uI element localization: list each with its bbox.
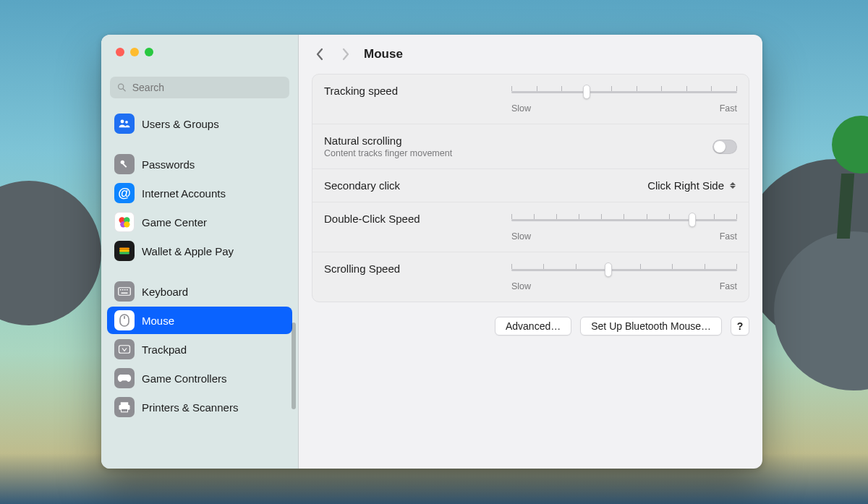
sidebar-scrollbar[interactable] bbox=[292, 323, 296, 409]
svg-rect-14 bbox=[120, 289, 122, 291]
footer-buttons: Advanced… Set Up Bluetooth Mouse… ? bbox=[299, 302, 762, 336]
svg-rect-12 bbox=[119, 252, 129, 255]
svg-point-3 bbox=[125, 121, 128, 124]
secondary-click-value: Click Right Side bbox=[647, 179, 724, 192]
tracking-speed-label: Tracking speed bbox=[324, 85, 398, 97]
toolbar: Mouse bbox=[299, 35, 762, 74]
sidebar-list: Users & Groups Passwords @ Internet Acco… bbox=[101, 106, 298, 469]
trackpad-icon bbox=[114, 339, 135, 359]
scrolling-speed-slider[interactable] bbox=[511, 262, 737, 277]
sidebar-item-game-controllers[interactable]: Game Controllers bbox=[107, 364, 292, 392]
sidebar-item-label: Game Center bbox=[142, 216, 207, 228]
slider-max-label: Fast bbox=[720, 103, 737, 114]
at-icon: @ bbox=[114, 183, 135, 203]
sidebar-item-printers-scanners[interactable]: Printers & Scanners bbox=[107, 393, 292, 421]
chevron-up-down-icon bbox=[728, 180, 737, 192]
scrolling-speed-row: Scrolling Speed Slow Fast bbox=[312, 252, 749, 302]
secondary-click-label: Secondary click bbox=[324, 179, 400, 192]
sidebar: Users & Groups Passwords @ Internet Acco… bbox=[101, 35, 299, 469]
sidebar-item-label: Wallet & Apple Pay bbox=[142, 245, 234, 257]
wallet-icon bbox=[114, 241, 135, 261]
window-close-button[interactable] bbox=[116, 48, 124, 56]
svg-rect-10 bbox=[119, 248, 129, 250]
window-minimize-button[interactable] bbox=[130, 48, 139, 56]
natural-scrolling-row: Natural scrolling Content tracks finger … bbox=[312, 124, 749, 169]
svg-rect-15 bbox=[122, 289, 124, 291]
sidebar-item-trackpad[interactable]: Trackpad bbox=[107, 336, 292, 363]
sidebar-item-passwords[interactable]: Passwords bbox=[107, 150, 292, 178]
sidebar-item-label: Passwords bbox=[142, 158, 195, 171]
sidebar-item-label: Mouse bbox=[142, 315, 174, 327]
main-content: Mouse Tracking speed Slow Fast bbox=[299, 35, 762, 469]
gamecenter-icon bbox=[114, 212, 135, 232]
svg-rect-5 bbox=[122, 163, 127, 168]
double-click-speed-slider[interactable] bbox=[511, 213, 737, 227]
slider-max-label: Fast bbox=[720, 231, 737, 242]
page-title: Mouse bbox=[364, 47, 403, 61]
sidebar-item-mouse[interactable]: Mouse bbox=[107, 307, 292, 334]
svg-rect-16 bbox=[124, 289, 126, 291]
printer-icon bbox=[114, 397, 135, 417]
svg-rect-11 bbox=[119, 250, 129, 252]
slider-max-label: Fast bbox=[720, 281, 737, 291]
svg-rect-18 bbox=[122, 293, 128, 294]
svg-point-2 bbox=[121, 120, 124, 124]
slider-min-label: Slow bbox=[511, 231, 531, 242]
double-click-speed-label: Double-Click Speed bbox=[324, 213, 420, 225]
sidebar-item-label: Internet Accounts bbox=[142, 187, 226, 200]
double-click-speed-row: Double-Click Speed Slow Fast bbox=[312, 202, 749, 252]
keyboard-icon bbox=[114, 281, 135, 302]
nav-forward-button[interactable] bbox=[338, 46, 354, 62]
sidebar-item-keyboard[interactable]: Keyboard bbox=[107, 278, 292, 305]
slider-min-label: Slow bbox=[511, 281, 531, 291]
sidebar-item-label: Users & Groups bbox=[142, 118, 219, 130]
nav-back-button[interactable] bbox=[312, 46, 328, 62]
sidebar-item-label: Printers & Scanners bbox=[142, 401, 238, 414]
sidebar-item-label: Keyboard bbox=[142, 286, 188, 298]
secondary-click-row: Secondary click Click Right Side bbox=[312, 169, 749, 202]
secondary-click-popup[interactable]: Click Right Side bbox=[647, 179, 737, 192]
window-controls bbox=[101, 35, 298, 69]
help-button[interactable]: ? bbox=[731, 317, 749, 336]
svg-rect-13 bbox=[119, 288, 131, 296]
users-icon bbox=[114, 114, 135, 134]
system-settings-window: Users & Groups Passwords @ Internet Acco… bbox=[101, 35, 762, 469]
svg-rect-17 bbox=[127, 289, 128, 291]
scrolling-speed-label: Scrolling Speed bbox=[324, 262, 400, 275]
controller-icon bbox=[114, 368, 135, 388]
sidebar-item-label: Trackpad bbox=[142, 343, 187, 356]
settings-panel: Tracking speed Slow Fast bbox=[312, 74, 749, 302]
sidebar-item-label: Game Controllers bbox=[142, 372, 227, 385]
natural-scrolling-toggle[interactable] bbox=[712, 140, 737, 154]
sidebar-item-wallet-apple-pay[interactable]: Wallet & Apple Pay bbox=[107, 237, 292, 265]
svg-line-1 bbox=[123, 89, 125, 91]
search-field[interactable] bbox=[110, 77, 289, 98]
mouse-icon bbox=[114, 310, 135, 330]
search-input[interactable] bbox=[132, 82, 282, 93]
sidebar-item-internet-accounts[interactable]: @ Internet Accounts bbox=[107, 179, 292, 207]
key-icon bbox=[114, 154, 135, 174]
setup-bluetooth-mouse-button[interactable]: Set Up Bluetooth Mouse… bbox=[580, 317, 722, 336]
slider-min-label: Slow bbox=[511, 103, 531, 114]
svg-rect-24 bbox=[122, 409, 128, 412]
tracking-speed-slider[interactable] bbox=[511, 85, 737, 99]
search-icon bbox=[117, 82, 127, 93]
tracking-speed-row: Tracking speed Slow Fast bbox=[312, 74, 749, 124]
sidebar-item-game-center[interactable]: Game Center bbox=[107, 208, 292, 236]
svg-rect-22 bbox=[121, 402, 129, 405]
advanced-button[interactable]: Advanced… bbox=[495, 317, 571, 336]
svg-point-9 bbox=[124, 221, 129, 227]
natural-scrolling-label: Natural scrolling bbox=[324, 134, 452, 147]
sidebar-item-users-groups[interactable]: Users & Groups bbox=[107, 110, 292, 137]
window-zoom-button[interactable] bbox=[145, 48, 153, 56]
svg-rect-21 bbox=[119, 346, 130, 354]
natural-scrolling-sub: Content tracks finger movement bbox=[324, 148, 452, 158]
